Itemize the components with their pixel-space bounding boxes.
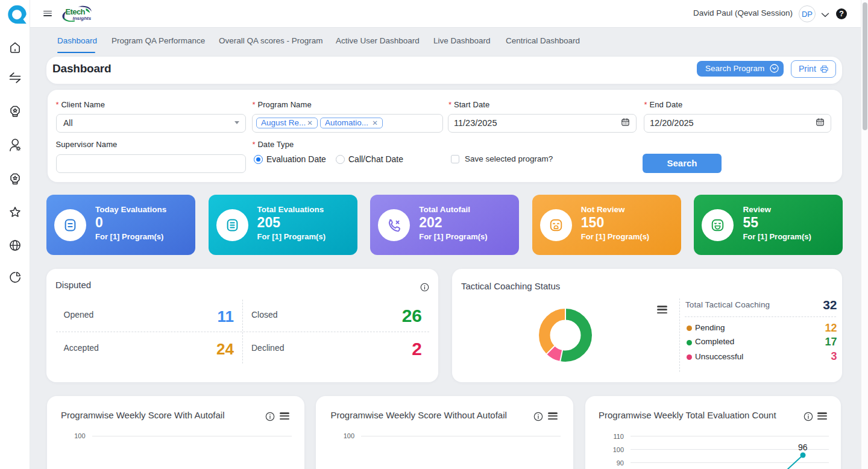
svg-text:Insights: Insights [73,16,92,21]
svg-text:96: 96 [798,442,808,452]
